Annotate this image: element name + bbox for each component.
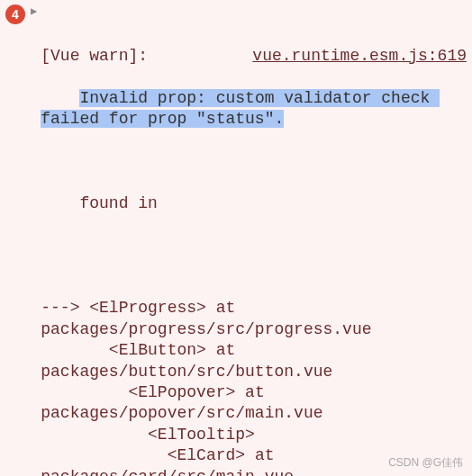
trace-line: <ElButton> at packages/button/src/button… <box>41 340 467 382</box>
error-count-badge: 4 <box>5 4 25 24</box>
warn-prefix: [Vue warn]: <box>41 46 148 67</box>
watermark: CSDN @G佳伟 <box>388 456 463 471</box>
trace-line: <ElPopover> at packages/popover/src/main… <box>41 382 467 425</box>
console-error-row: 4 ▶ [Vue warn]: vue.runtime.esm.js:619 I… <box>0 0 472 476</box>
console-message[interactable]: [Vue warn]: vue.runtime.esm.js:619 Inval… <box>41 4 467 476</box>
expand-arrow-icon[interactable]: ▶ <box>31 5 37 20</box>
trace-line: <ElTooltip> <box>41 425 467 445</box>
trace-line: ---> <ElProgress> at packages/progress/s… <box>41 298 467 340</box>
found-in-label: found in <box>79 194 157 212</box>
error-message-highlight[interactable]: Invalid prop: custom validator check fai… <box>41 89 440 128</box>
component-trace: ---> <ElProgress> at packages/progress/s… <box>41 298 467 476</box>
source-link[interactable]: vue.runtime.esm.js:619 <box>252 46 467 67</box>
